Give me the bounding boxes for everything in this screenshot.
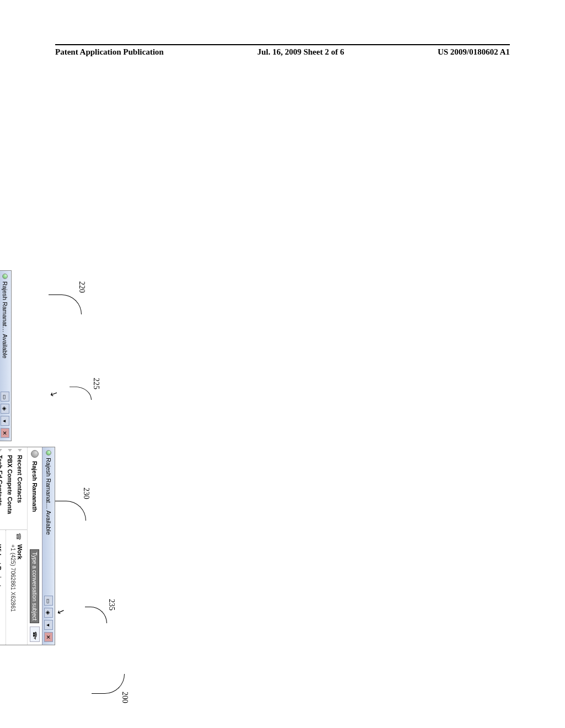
presence-icon [2, 274, 8, 279]
call-menu-button[interactable]: ☎ [30, 627, 40, 642]
header-left: Patent Application Publication [55, 47, 164, 57]
figure-2-rotated: 220 225 ↘ 230 235 ↘ 200 Rajesh Ramanat… … [0, 270, 55, 728]
ref-230: 230 [82, 488, 90, 499]
window-title: Rajesh Ramanat… Available [45, 458, 52, 593]
ref-220: 220 [77, 281, 86, 293]
sidebar-item[interactable]: Tech Ed Contacts [0, 447, 5, 529]
menu-item-sub: +1 (425) 7062861 X62861 [10, 544, 17, 640]
presence-icon [46, 450, 51, 456]
titlebar-btn-a[interactable]: ▭ [44, 596, 53, 606]
titlebar[interactable]: Rajesh Ramanat… Available ▭ ◈ ▾ ✕ [42, 447, 55, 645]
call-menu-item[interactable]: Widget ProjectCall Contact Team [0, 530, 6, 645]
page-header: Patent Application Publication Jul. 16, … [55, 44, 510, 57]
window-title: Rajesh Ramanat… Available [2, 281, 8, 389]
brace-200 [92, 674, 125, 694]
ref-225: 225 [92, 378, 100, 389]
titlebar-btn-b[interactable]: ◈ [44, 608, 53, 618]
titlebar-btn-c[interactable]: ▾ [1, 416, 9, 426]
header-center: Jul. 16, 2009 Sheet 2 of 6 [257, 47, 344, 57]
brace-220 [49, 295, 82, 314]
header-right: US 2009/0180602 A1 [438, 47, 510, 57]
titlebar-btn-b[interactable]: ◈ [1, 404, 9, 414]
contact-row: Rajesh Ramanath Type a conversation subj… [27, 447, 42, 645]
contact-name: Rajesh Ramanath [31, 461, 38, 546]
call-menu-panel: Work+1 (425) 7062861 X62861Widget Projec… [0, 530, 27, 645]
ref-235: 235 [107, 599, 116, 611]
subject-input[interactable]: Type a conversation subject [30, 549, 40, 623]
call-menu-item[interactable]: Work+1 (425) 7062861 X62861 [7, 530, 25, 645]
arrow-235: ↘ [55, 606, 67, 617]
brace-230 [53, 501, 86, 521]
titlebar[interactable]: Rajesh Ramanat… Available ▭ ◈ ▾ ✕ [0, 271, 11, 441]
avatar-icon [31, 450, 39, 458]
communicator-window-230: Rajesh Ramanat… Available ▭ ◈ ▾ ✕ Rajesh… [0, 447, 55, 645]
sidebar-item[interactable]: PBX Compete Conta [5, 447, 15, 529]
close-icon[interactable]: ✕ [44, 632, 53, 642]
close-icon[interactable]: ✕ [1, 428, 9, 438]
brace-225 [70, 387, 92, 400]
brace-235 [85, 607, 107, 623]
contact-groups-sidebar: Recent ContactsPBX Compete ContaTech Ed … [0, 447, 27, 530]
sidebar-item[interactable]: Recent Contacts [15, 447, 25, 529]
communicator-window-220: Rajesh Ramanat… Available ▭ ◈ ▾ ✕ Rajesh… [0, 270, 12, 441]
menu-item-label: Widget Project [0, 544, 2, 640]
menu-item-label: Work [17, 544, 23, 640]
titlebar-btn-c[interactable]: ▾ [44, 620, 53, 630]
titlebar-btn-a[interactable]: ▭ [1, 392, 9, 402]
ref-200: 200 [120, 692, 129, 703]
phone-icon [14, 532, 23, 541]
